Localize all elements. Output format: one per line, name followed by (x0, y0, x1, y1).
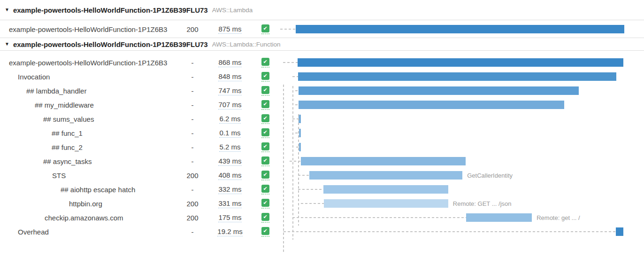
collapse-triangle-icon[interactable]: ▼ (5, 42, 9, 47)
status-ok-icon[interactable]: ✔ (261, 213, 269, 221)
section-header: ▼example-powertools-HelloWorldFunction-1… (0, 38, 644, 51)
status-cell[interactable]: ✔ (261, 185, 269, 195)
xray-trace-timeline: Name Res. Duration Status 0.0ms100ms200m… (0, 0, 644, 258)
section-title: example-powertools-HelloWorldFunction-1P… (13, 6, 208, 14)
status-ok-icon[interactable]: ✔ (261, 100, 269, 108)
duration-value[interactable]: 6.2 ms (219, 115, 240, 124)
duration-value[interactable]: 439 ms (218, 157, 241, 166)
duration-value[interactable]: 747 ms (218, 86, 241, 95)
segment-name: httpbin.org (0, 196, 176, 211)
status-ok-icon[interactable]: ✔ (261, 199, 269, 207)
timeline-bar[interactable] (299, 129, 301, 137)
timeline-bar[interactable] (296, 25, 624, 33)
duration-value[interactable]: 848 ms (218, 72, 241, 81)
connector-dash (284, 231, 616, 232)
bar-annotation: Remote: GET ... /json (453, 199, 512, 208)
status-ok-icon[interactable]: ✔ (261, 142, 269, 150)
trace-rows-body: ▼example-powertools-HelloWorldFunction-1… (0, 0, 644, 239)
duration-value[interactable]: 0.1 ms (219, 129, 240, 138)
status-ok-icon[interactable]: ✔ (261, 86, 269, 94)
trace-row: httpbin.org200331 ms✔Remote: GET ... /js… (0, 196, 644, 211)
connector-vertical-dash (283, 85, 284, 254)
bar-annotation: Remote: get ... / (537, 213, 580, 222)
timeline-bar[interactable] (301, 157, 466, 165)
timeline-bar[interactable] (616, 227, 623, 236)
status-ok-icon[interactable]: ✔ (261, 156, 269, 164)
duration-value[interactable]: 707 ms (218, 101, 241, 109)
connector-dash (298, 175, 309, 176)
trace-row: ## my_middleware-707 ms✔ (0, 98, 644, 112)
response-code: - (176, 140, 209, 154)
segment-name: Invocation (0, 70, 176, 84)
duration-value[interactable]: 175 ms (218, 213, 241, 222)
status-ok-icon[interactable]: ✔ (261, 227, 269, 235)
status-cell[interactable]: ✔ (261, 24, 269, 34)
segment-name: example-powertools-HelloWorldFunction-1P… (0, 21, 176, 38)
response-code: 200 (176, 21, 209, 38)
segment-name: ## func_1 (0, 126, 176, 140)
status-cell[interactable]: ✔ (261, 227, 269, 237)
status-cell[interactable]: ✔ (261, 199, 269, 209)
status-cell[interactable]: ✔ (261, 171, 269, 180)
trace-row: example-powertools-HelloWorldFunction-1P… (0, 55, 644, 70)
status-cell[interactable]: ✔ (261, 156, 269, 166)
response-code: - (176, 126, 209, 140)
section-title: example-powertools-HelloWorldFunction-1P… (13, 40, 208, 48)
status-ok-icon[interactable]: ✔ (261, 72, 269, 80)
status-cell[interactable]: ✔ (261, 58, 269, 68)
response-code: - (176, 70, 209, 84)
status-ok-icon[interactable]: ✔ (261, 58, 269, 66)
timeline-bar[interactable] (298, 72, 616, 81)
connector-dash (295, 90, 299, 91)
status-ok-icon[interactable]: ✔ (261, 185, 269, 193)
status-cell[interactable]: ✔ (261, 128, 269, 138)
duration-value[interactable]: 332 ms (218, 185, 241, 194)
section-type-label: AWS::Lambda::Function (212, 41, 281, 48)
segment-name: ## func_2 (0, 140, 176, 154)
timeline-bar[interactable] (324, 199, 448, 208)
trace-row: STS200408 ms✔GetCallerIdentity (0, 168, 644, 182)
status-cell[interactable]: ✔ (261, 86, 269, 96)
connector-vertical-dash (292, 86, 293, 240)
duration-value[interactable]: 5.2 ms (219, 143, 240, 152)
status-ok-icon[interactable]: ✔ (261, 171, 269, 179)
connector-dash (280, 29, 296, 30)
trace-row: ## sums_values-6.2 ms✔ (0, 112, 644, 126)
trace-row: example-powertools-HelloWorldFunction-1P… (0, 21, 644, 38)
timeline-bar[interactable] (299, 115, 301, 123)
status-cell[interactable]: ✔ (261, 142, 269, 152)
trace-row: ## lambda_handler-747 ms✔ (0, 84, 644, 98)
duration-value[interactable]: 868 ms (218, 58, 241, 67)
status-ok-icon[interactable]: ✔ (261, 114, 269, 122)
duration-value[interactable]: 331 ms (218, 199, 241, 208)
status-cell[interactable]: ✔ (261, 213, 269, 223)
timeline-bar[interactable] (299, 101, 564, 109)
timeline-bar[interactable] (298, 58, 623, 67)
timeline-bar[interactable] (323, 185, 448, 194)
status-cell[interactable]: ✔ (261, 100, 269, 110)
collapse-triangle-icon[interactable]: ▼ (5, 8, 9, 12)
duration-value[interactable]: 875 ms (218, 25, 241, 34)
section-header: ▼example-powertools-HelloWorldFunction-1… (0, 0, 644, 20)
response-code: - (176, 55, 209, 70)
status-ok-icon[interactable]: ✔ (261, 24, 269, 32)
timeline-bar[interactable] (309, 171, 462, 180)
segment-name: example-powertools-HelloWorldFunction-1P… (0, 55, 176, 70)
segment-name: STS (0, 168, 176, 182)
connector-dash (290, 161, 301, 162)
timeline-bar[interactable] (299, 86, 579, 95)
response-code: - (176, 182, 209, 196)
timeline-bar[interactable] (466, 213, 532, 222)
status-cell[interactable]: ✔ (261, 114, 269, 124)
segment-name: Overhead (0, 225, 176, 239)
duration-value[interactable]: 408 ms (218, 171, 241, 180)
connector-dash (301, 203, 324, 204)
segment-name: ## lambda_handler (0, 84, 176, 98)
response-code: - (176, 154, 209, 168)
status-cell[interactable]: ✔ (261, 72, 269, 82)
status-ok-icon[interactable]: ✔ (261, 128, 269, 136)
trace-row: Overhead-19.2 ms✔ (0, 225, 644, 239)
trace-row: ## aiohttp escape hatch-332 ms✔ (0, 182, 644, 196)
timeline-bar[interactable] (299, 143, 301, 151)
duration-value[interactable]: 19.2 ms (217, 227, 242, 236)
